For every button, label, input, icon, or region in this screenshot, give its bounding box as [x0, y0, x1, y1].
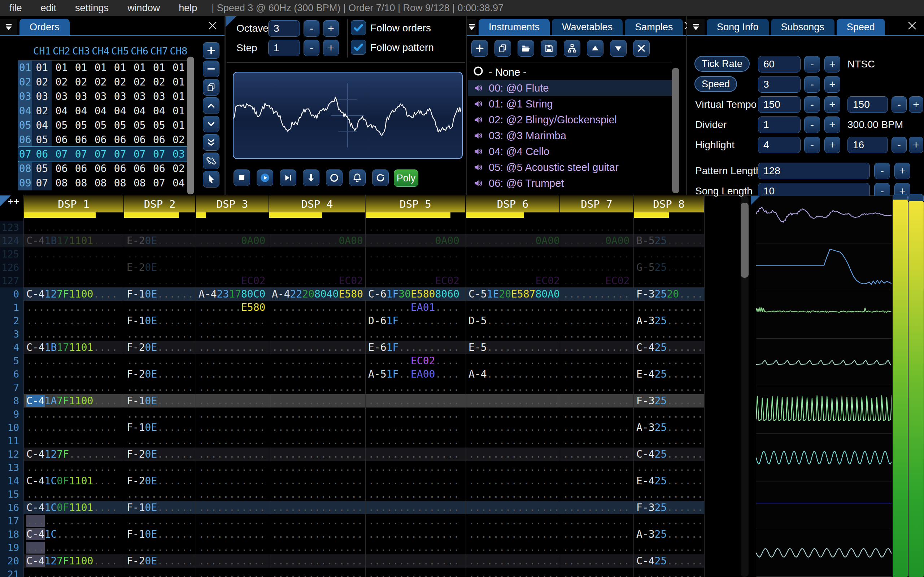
pattern-cell[interactable]: ...............	[269, 501, 365, 514]
pattern-cell[interactable]: ...........	[195, 327, 269, 341]
pattern-cell[interactable]: ...............	[23, 247, 124, 261]
pattern-cell[interactable]: ...........	[195, 488, 269, 501]
speed-input[interactable]: 3	[758, 76, 801, 93]
orders-chevrons-down-button[interactable]	[203, 134, 220, 151]
highlight-increase-button[interactable]: +	[824, 137, 840, 153]
play-button[interactable]	[257, 169, 273, 186]
channel-header[interactable]: DSP 1	[24, 195, 123, 218]
tick-rate-label[interactable]: Tick Rate	[695, 56, 750, 72]
dropdown-icon[interactable]	[467, 19, 477, 35]
pattern-cell[interactable]: ...........	[633, 327, 704, 341]
pattern-cell[interactable]: C-51E20E58780A0	[465, 287, 560, 301]
pattern-cell[interactable]: ...............	[465, 501, 560, 514]
pattern-row[interactable]: 123.....................................…	[0, 221, 704, 234]
pattern-cell[interactable]: ...........	[633, 247, 704, 261]
closex-icon[interactable]	[207, 20, 218, 32]
orders-minus-button[interactable]	[203, 61, 220, 77]
pattern-cell[interactable]: .......EC02	[195, 274, 269, 287]
pattern-cell[interactable]: E-20E......	[124, 234, 195, 247]
orders-row[interactable]: 070607070707070703	[18, 147, 188, 161]
pattern-row[interactable]: 9.......................................…	[0, 408, 704, 421]
orders-chevron-up-button[interactable]	[203, 97, 220, 114]
virtual-tempo-increase-button[interactable]: +	[824, 96, 840, 113]
pattern-row[interactable]: 13......................................…	[0, 461, 704, 474]
pattern-cell[interactable]: ...............	[23, 408, 124, 421]
pattern-cell[interactable]: ...........0A00	[269, 234, 365, 247]
pattern-cell[interactable]: ...........	[560, 501, 633, 514]
pattern-cell[interactable]: ...........	[560, 448, 633, 461]
pattern-cell[interactable]: ...........0A00	[365, 234, 465, 247]
pattern-cell[interactable]: E-61F..........	[365, 341, 465, 354]
pattern-cell[interactable]: .......0A00	[560, 234, 633, 247]
instrument-down-button[interactable]	[610, 40, 627, 56]
pattern-cell[interactable]: ...............	[465, 461, 560, 474]
pattern-cell[interactable]: ...........EC02	[365, 274, 465, 287]
pattern-cell[interactable]: ...........	[560, 287, 633, 301]
virtual-tempo-decrease-button-2[interactable]: -	[892, 96, 907, 113]
orders-row[interactable]: 080506060606060602	[18, 161, 188, 176]
instrument-save-button[interactable]	[541, 40, 557, 56]
pattern-cell[interactable]: ...............	[465, 528, 560, 541]
pattern-cell[interactable]: ...............	[269, 261, 365, 274]
pattern-row[interactable]: 2...............F-10E...................…	[0, 314, 704, 327]
pattern-cell[interactable]: ...............	[365, 567, 465, 577]
pattern-cell[interactable]: ...............	[269, 541, 365, 554]
pattern-cell[interactable]: A-325......	[633, 528, 704, 541]
orders-scrollbar[interactable]	[187, 56, 194, 194]
pattern-cell[interactable]: ...........	[124, 301, 195, 314]
pattern-cell[interactable]: E-5............	[465, 341, 560, 354]
pattern-cell[interactable]: B-525......	[633, 234, 704, 247]
instrument-tree-button[interactable]	[564, 40, 580, 56]
pattern-cell[interactable]: ...............	[23, 274, 124, 287]
highlight-decrease-button[interactable]: -	[804, 137, 820, 153]
pattern-cell[interactable]: ...........	[195, 501, 269, 514]
pattern-cell[interactable]: C-41C0F1101....	[23, 474, 124, 488]
pattern-cell[interactable]: .......EC02....	[365, 354, 465, 367]
repeat-button[interactable]	[372, 169, 389, 186]
pattern-cell[interactable]: ...............	[365, 261, 465, 274]
pattern-cell[interactable]: ...........	[124, 488, 195, 501]
instrument-copy-button[interactable]	[494, 40, 511, 56]
pattern-cell[interactable]: ...............	[23, 314, 124, 327]
pattern-cell[interactable]: ...........	[633, 274, 704, 287]
pattern-cell[interactable]: ...........	[633, 301, 704, 314]
dropdown-icon[interactable]	[0, 19, 17, 35]
pattern-cell[interactable]: ...........	[124, 434, 195, 448]
orders-row[interactable]: 030303030303030301	[18, 89, 188, 104]
pattern-cell[interactable]: ...........	[560, 541, 633, 554]
bell-button[interactable]	[349, 169, 366, 186]
pattern-cell[interactable]: ...........	[633, 488, 704, 501]
instrument-x-button[interactable]	[633, 40, 650, 56]
pattern-cell[interactable]: ...............	[465, 448, 560, 461]
pattern-cell[interactable]: F-32520....	[633, 287, 704, 301]
pattern-cell[interactable]: C-61F30E5808060	[365, 287, 465, 301]
pattern-cell[interactable]: ...............	[269, 381, 365, 394]
pattern-cell[interactable]: ...........	[195, 514, 269, 528]
pattern-cell[interactable]: ...........	[195, 554, 269, 567]
pattern-cell[interactable]: F-10E......	[124, 528, 195, 541]
pattern-cell[interactable]: ...........	[560, 488, 633, 501]
pattern-row[interactable]: 124C-41B171101....E-20E.............0A00…	[0, 234, 704, 247]
pattern-cell[interactable]: ...............	[23, 301, 124, 314]
pattern-cell[interactable]: ...........	[195, 367, 269, 381]
menu-help[interactable]: help	[169, 3, 207, 14]
pattern-cell[interactable]: ...........	[195, 408, 269, 421]
pattern-cell[interactable]: F-10E......	[124, 501, 195, 514]
pattern-cell[interactable]: ...........	[633, 354, 704, 367]
pattern-cell[interactable]: ...............	[269, 394, 365, 408]
divider-decrease-button[interactable]: -	[804, 116, 820, 133]
pattern-row[interactable]: 17......................................…	[0, 514, 704, 528]
pattern-cell[interactable]: ...............	[365, 421, 465, 434]
pattern-cell[interactable]: F-20E......	[124, 367, 195, 381]
pattern-cell[interactable]: ...............	[269, 367, 365, 381]
pattern-cell[interactable]: ...........EC02	[465, 274, 560, 287]
pattern-cell[interactable]: ...............	[465, 221, 560, 234]
channel-header[interactable]: DSP 2	[124, 195, 195, 218]
pattern-cell[interactable]: ...............	[269, 247, 365, 261]
pattern-cell[interactable]: C-4127F1100....	[23, 554, 124, 567]
pattern-cell[interactable]: ...........	[633, 461, 704, 474]
pattern-cell[interactable]: ...............	[269, 408, 365, 421]
pattern-cell[interactable]: ...........	[195, 381, 269, 394]
pattern-cell[interactable]: ...............	[365, 461, 465, 474]
pattern-cell[interactable]: ...........	[195, 474, 269, 488]
